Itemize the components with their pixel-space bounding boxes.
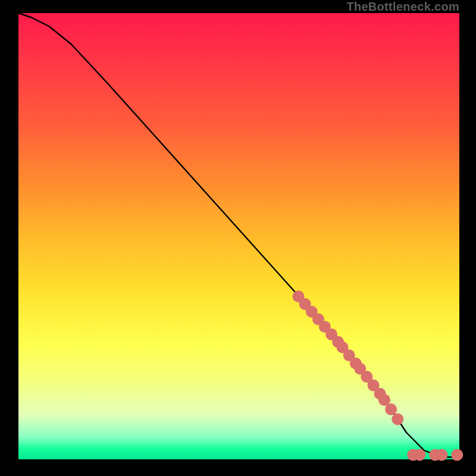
data-marker	[385, 403, 397, 415]
data-marker	[436, 449, 447, 461]
plot-area	[18, 13, 459, 459]
data-curve	[18, 13, 459, 457]
attribution-text: TheBottleneck.com	[346, 1, 459, 12]
data-marker	[451, 449, 463, 461]
chart-overlay	[18, 13, 459, 459]
chart-stage: TheBottleneck.com	[0, 0, 476, 476]
data-marker	[392, 414, 403, 425]
markers-group	[293, 290, 464, 461]
data-marker	[414, 449, 425, 461]
